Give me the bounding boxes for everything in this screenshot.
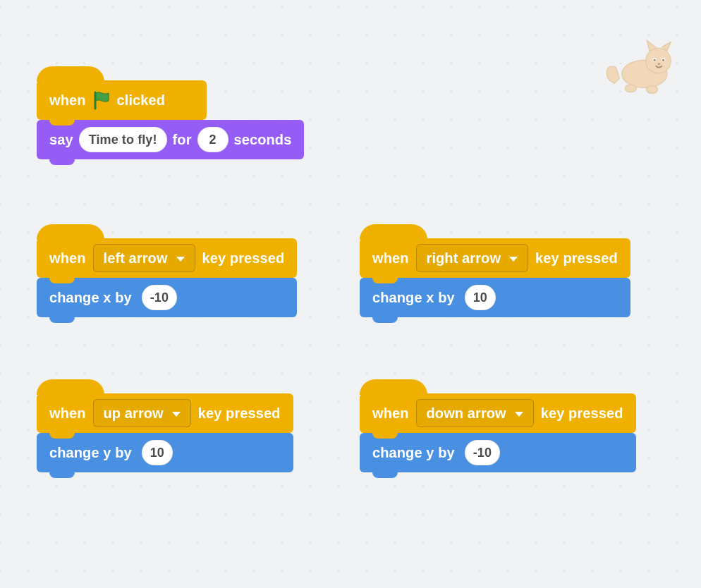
dropdown-key-down[interactable]: down arrow bbox=[416, 399, 534, 427]
block-when-key-pressed-down[interactable]: when down arrow key pressed bbox=[360, 393, 636, 433]
dropdown-label: left arrow bbox=[104, 250, 168, 267]
svg-point-3 bbox=[647, 86, 658, 94]
input-change-y-up[interactable]: 10 bbox=[142, 440, 173, 465]
text-change-x: change x by bbox=[49, 290, 132, 306]
text-when: when bbox=[372, 250, 409, 267]
connector-tab bbox=[49, 274, 75, 283]
dropdown-label: up arrow bbox=[104, 405, 164, 422]
chevron-down-icon bbox=[172, 412, 181, 417]
input-change-x-right[interactable]: 10 bbox=[465, 285, 496, 310]
green-flag-icon bbox=[92, 90, 111, 110]
hat-cap bbox=[37, 66, 104, 82]
text-key-pressed: key pressed bbox=[541, 405, 623, 422]
hat-cap bbox=[37, 379, 104, 395]
block-change-y-up[interactable]: change y by 10 bbox=[37, 433, 293, 472]
input-change-y-down[interactable]: -10 bbox=[465, 440, 500, 465]
connector-tab bbox=[372, 468, 398, 478]
text-when: when bbox=[49, 405, 86, 422]
block-say-for-seconds[interactable]: say Time to fly! for 2 seconds bbox=[37, 120, 304, 159]
block-change-x-left[interactable]: change x by -10 bbox=[37, 278, 297, 317]
input-say-text[interactable]: Time to fly! bbox=[79, 127, 167, 152]
chevron-down-icon bbox=[515, 412, 523, 417]
connector-tab bbox=[49, 155, 75, 165]
svg-point-6 bbox=[654, 59, 656, 61]
input-change-x-left[interactable]: -10 bbox=[142, 285, 177, 310]
block-when-flag-clicked[interactable]: when clicked bbox=[37, 80, 207, 120]
block-when-key-pressed-left[interactable]: when left arrow key pressed bbox=[37, 238, 297, 278]
connector-tab bbox=[372, 313, 398, 323]
chevron-down-icon bbox=[509, 257, 518, 262]
dropdown-key-right[interactable]: right arrow bbox=[416, 244, 529, 272]
svg-point-7 bbox=[662, 59, 664, 61]
connector-tab bbox=[372, 429, 398, 439]
dropdown-key-left[interactable]: left arrow bbox=[93, 244, 195, 272]
chevron-down-icon bbox=[176, 257, 185, 262]
text-clicked: clicked bbox=[117, 92, 166, 109]
text-for: for bbox=[173, 132, 192, 148]
script-up-arrow[interactable]: when up arrow key pressed change y by 10 bbox=[37, 393, 293, 472]
text-key-pressed: key pressed bbox=[535, 250, 618, 267]
dropdown-label: right arrow bbox=[427, 250, 501, 267]
text-change-x: change x by bbox=[372, 290, 455, 306]
text-seconds: seconds bbox=[234, 132, 292, 148]
text-when: when bbox=[49, 92, 86, 109]
text-when: when bbox=[49, 250, 86, 267]
script-down-arrow[interactable]: when down arrow key pressed change y by … bbox=[360, 393, 636, 472]
text-say: say bbox=[49, 132, 73, 148]
dropdown-key-up[interactable]: up arrow bbox=[93, 399, 191, 427]
connector-tab bbox=[49, 468, 75, 478]
text-change-y: change y by bbox=[49, 445, 132, 461]
block-change-y-down[interactable]: change y by -10 bbox=[360, 433, 636, 472]
block-change-x-right[interactable]: change x by 10 bbox=[360, 278, 630, 317]
script-right-arrow[interactable]: when right arrow key pressed change x by… bbox=[360, 238, 630, 317]
connector-tab bbox=[49, 116, 75, 125]
hat-cap bbox=[360, 224, 427, 240]
svg-point-2 bbox=[625, 85, 636, 92]
scratch-scripts-area[interactable]: when clicked say Time to fly! for 2 seco… bbox=[0, 0, 701, 588]
block-when-key-pressed-up[interactable]: when up arrow key pressed bbox=[37, 393, 293, 433]
hat-cap bbox=[37, 224, 104, 240]
script-flag-clicked[interactable]: when clicked say Time to fly! for 2 seco… bbox=[37, 80, 304, 159]
hat-cap bbox=[360, 379, 427, 395]
connector-tab bbox=[49, 429, 75, 439]
dropdown-label: down arrow bbox=[427, 405, 506, 422]
text-change-y: change y by bbox=[372, 445, 455, 461]
svg-point-8 bbox=[657, 63, 660, 65]
text-key-pressed: key pressed bbox=[202, 250, 285, 267]
svg-point-1 bbox=[646, 48, 671, 73]
connector-tab bbox=[49, 313, 75, 323]
block-when-key-pressed-right[interactable]: when right arrow key pressed bbox=[360, 238, 630, 278]
connector-tab bbox=[372, 274, 398, 283]
input-seconds[interactable]: 2 bbox=[197, 127, 228, 152]
text-key-pressed: key pressed bbox=[198, 405, 281, 422]
script-left-arrow[interactable]: when left arrow key pressed change x by … bbox=[37, 238, 297, 317]
scratch-cat-watermark bbox=[599, 39, 677, 96]
text-when: when bbox=[372, 405, 409, 422]
